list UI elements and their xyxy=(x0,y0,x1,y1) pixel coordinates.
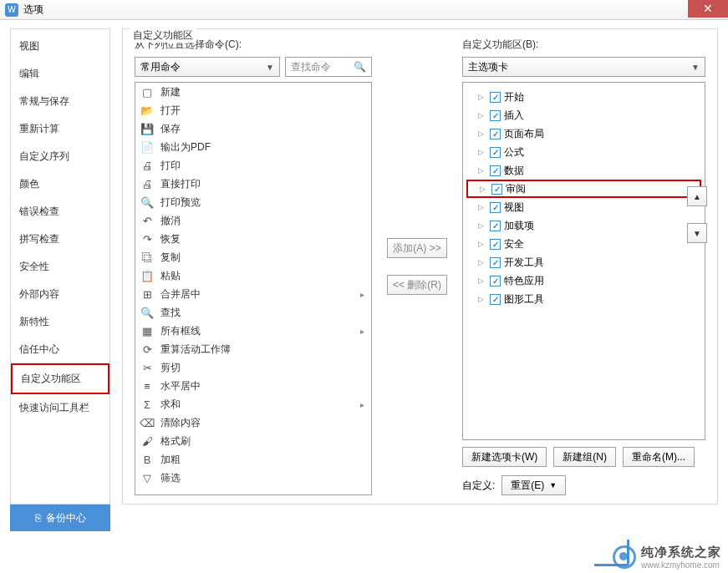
submenu-arrow-icon: ▸ xyxy=(360,327,364,336)
command-item[interactable]: ⊞合并居中▸ xyxy=(135,285,371,303)
tree-item[interactable]: ▷✓图形工具 xyxy=(466,290,701,308)
command-item[interactable]: ▽筛选 xyxy=(135,469,371,487)
sidebar-item[interactable]: 快速访问工具栏 xyxy=(11,394,109,422)
add-button[interactable]: 添加(A) >> xyxy=(387,238,447,258)
command-item[interactable]: ↷恢复 xyxy=(135,230,371,248)
close-button[interactable]: ✕ xyxy=(688,0,728,18)
checkbox[interactable]: ✓ xyxy=(490,165,501,176)
tree-expand-icon[interactable]: ▷ xyxy=(478,258,486,266)
format-painter-icon: 🖌 xyxy=(140,434,154,448)
checkbox[interactable]: ✓ xyxy=(490,147,501,158)
tree-expand-icon[interactable]: ▷ xyxy=(478,295,486,303)
tree-expand-icon[interactable]: ▷ xyxy=(478,203,486,211)
tree-item[interactable]: ▷✓开始 xyxy=(466,88,701,106)
command-item[interactable]: ✂剪切 xyxy=(135,358,371,377)
command-item[interactable]: ≡水平居中 xyxy=(135,377,371,395)
backup-center-button[interactable]: ⎘ 备份中心 xyxy=(10,505,110,531)
sidebar-item[interactable]: 新特性 xyxy=(11,308,109,336)
checkbox[interactable]: ✓ xyxy=(490,276,501,286)
command-item[interactable]: 🔍打印预览 xyxy=(135,193,371,211)
command-item[interactable]: 🖨直接打印 xyxy=(135,175,371,193)
command-item[interactable]: 📄输出为PDF xyxy=(135,138,371,156)
command-item[interactable]: 📂打开 xyxy=(135,101,371,119)
tree-expand-icon[interactable]: ▷ xyxy=(478,276,486,285)
checkbox[interactable]: ✓ xyxy=(490,239,501,250)
command-item[interactable]: Σ求和▸ xyxy=(135,395,371,413)
tree-expand-icon[interactable]: ▷ xyxy=(478,221,486,230)
ribbon-tree[interactable]: ▷✓开始▷✓插入▷✓页面布局▷✓公式▷✓数据▷✓审阅▷✓视图▷✓加载项▷✓安全▷… xyxy=(462,82,705,440)
tree-expand-icon[interactable]: ▷ xyxy=(478,93,486,101)
command-item[interactable]: ▢新建 xyxy=(135,83,371,101)
redo-icon: ↷ xyxy=(140,232,154,246)
sidebar-item[interactable]: 自定义序列 xyxy=(11,143,109,170)
sidebar-item[interactable]: 重新计算 xyxy=(11,115,109,143)
tree-expand-icon[interactable]: ▷ xyxy=(478,111,486,119)
rename-button[interactable]: 重命名(M)... xyxy=(623,447,695,467)
watermark-title: 纯净系统之家 xyxy=(641,545,721,560)
checkbox[interactable]: ✓ xyxy=(490,202,501,213)
watermark-logo-icon xyxy=(613,545,636,569)
checkbox[interactable]: ✓ xyxy=(491,184,502,195)
new-group-button[interactable]: 新建组(N) xyxy=(553,447,616,467)
tree-item[interactable]: ▷✓公式 xyxy=(466,143,701,161)
sidebar-item[interactable]: 错误检查 xyxy=(11,198,109,226)
tree-item[interactable]: ▷✓特色应用 xyxy=(466,271,701,290)
tree-item[interactable]: ▷✓数据 xyxy=(466,161,701,180)
sidebar-item[interactable]: 拼写检查 xyxy=(11,226,109,253)
command-item[interactable]: 📋粘贴 xyxy=(135,266,371,285)
command-item[interactable]: B加粗 xyxy=(135,450,371,469)
remove-button[interactable]: << 删除(R) xyxy=(387,275,447,295)
checkbox[interactable]: ✓ xyxy=(490,257,501,268)
command-item[interactable]: ⿻复制 xyxy=(135,248,371,266)
sidebar-item[interactable]: 颜色 xyxy=(11,170,109,198)
tree-item[interactable]: ▷✓视图 xyxy=(466,198,701,216)
chevron-down-icon: ▼ xyxy=(549,481,557,489)
sidebar-item[interactable]: 安全性 xyxy=(11,253,109,281)
command-item[interactable]: ⌫清除内容 xyxy=(135,413,371,432)
tree-item[interactable]: ▷✓加载项 xyxy=(466,216,701,235)
tree-item[interactable]: ▷✓开发工具 xyxy=(466,253,701,271)
tree-item[interactable]: ▷✓页面布局 xyxy=(466,124,701,143)
tree-item[interactable]: ▷✓审阅 xyxy=(466,180,701,198)
sidebar-item[interactable]: 常规与保存 xyxy=(11,88,109,115)
sidebar-item[interactable]: 自定义功能区 xyxy=(11,363,109,394)
command-item[interactable]: 💾保存 xyxy=(135,119,371,138)
tree-item[interactable]: ▷✓插入 xyxy=(466,106,701,124)
tree-expand-icon[interactable]: ▷ xyxy=(478,129,486,138)
commands-listbox[interactable]: ▢新建📂打开💾保存📄输出为PDF🖨打印🖨直接打印🔍打印预览↶撤消↷恢复⿻复制📋粘… xyxy=(135,82,372,495)
reset-dropdown-button[interactable]: 重置(E) ▼ xyxy=(501,475,566,495)
tree-expand-icon[interactable]: ▷ xyxy=(480,185,488,193)
command-item[interactable]: 🖌格式刷 xyxy=(135,432,371,450)
pdf-icon: 📄 xyxy=(140,140,154,154)
checkbox[interactable]: ✓ xyxy=(490,129,501,139)
command-item[interactable]: ↶撤消 xyxy=(135,211,371,230)
command-item[interactable]: ⟳重算活动工作簿 xyxy=(135,340,371,358)
tree-expand-icon[interactable]: ▷ xyxy=(478,240,486,248)
checkbox[interactable]: ✓ xyxy=(490,92,501,103)
command-item[interactable]: 🔍查找 xyxy=(135,303,371,322)
tree-item[interactable]: ▷✓安全 xyxy=(466,235,701,253)
command-item[interactable]: ▦所有框线▸ xyxy=(135,322,371,340)
checkbox[interactable]: ✓ xyxy=(490,221,501,231)
panel-title: 自定义功能区 xyxy=(130,28,196,43)
sidebar-item[interactable]: 外部内容 xyxy=(11,281,109,308)
sidebar-item[interactable]: 视图 xyxy=(11,33,109,60)
sidebar-item[interactable]: 信任中心 xyxy=(11,336,109,363)
checkbox[interactable]: ✓ xyxy=(490,110,501,121)
commands-source-dropdown[interactable]: 常用命令 ▼ xyxy=(135,57,280,77)
sum-icon: Σ xyxy=(140,398,154,411)
clear-icon: ⌫ xyxy=(140,416,154,429)
tree-expand-icon[interactable]: ▷ xyxy=(478,148,486,156)
direct-print-icon: 🖨 xyxy=(140,177,154,190)
dropdown-value: 主选项卡 xyxy=(468,60,508,74)
tabs-scope-dropdown[interactable]: 主选项卡 ▼ xyxy=(462,57,705,77)
sidebar-item[interactable]: 编辑 xyxy=(11,60,109,88)
new-tab-button[interactable]: 新建选项卡(W) xyxy=(462,447,547,467)
merge-center-icon: ⊞ xyxy=(140,287,154,301)
tree-expand-icon[interactable]: ▷ xyxy=(478,166,486,175)
checkbox[interactable]: ✓ xyxy=(490,294,501,305)
search-commands-input[interactable]: 查找命令 🔍 xyxy=(285,57,372,77)
move-down-button[interactable]: ▼ xyxy=(687,223,707,243)
command-item[interactable]: 🖨打印 xyxy=(135,156,371,175)
move-up-button[interactable]: ▲ xyxy=(687,186,707,206)
